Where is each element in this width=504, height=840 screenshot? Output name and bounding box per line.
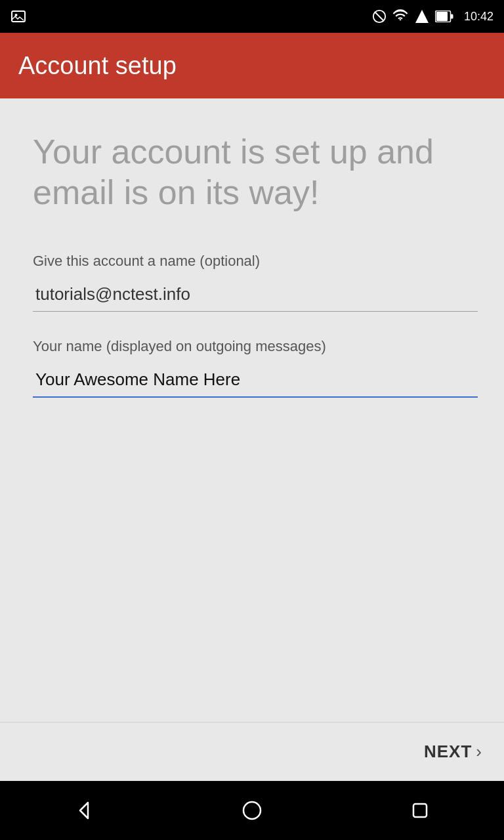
svg-rect-10 — [413, 804, 427, 817]
signal-icon — [414, 9, 430, 24]
svg-marker-4 — [415, 10, 429, 23]
recents-button[interactable] — [407, 797, 433, 824]
main-content: Your account is set up and email is on i… — [0, 98, 504, 722]
svg-marker-8 — [80, 803, 88, 818]
svg-point-9 — [243, 802, 261, 819]
status-bar: 10:42 — [0, 0, 504, 33]
next-label: NEXT — [424, 742, 472, 762]
bottom-action-bar: NEXT › — [0, 722, 504, 781]
app-bar: Account setup — [0, 33, 504, 98]
your-name-input[interactable] — [33, 364, 478, 398]
next-button[interactable]: NEXT › — [415, 735, 491, 768]
wifi-icon — [392, 8, 409, 25]
your-name-label: Your name (displayed on outgoing message… — [33, 338, 478, 355]
your-name-section: Your name (displayed on outgoing message… — [33, 338, 478, 398]
nav-bar — [0, 781, 504, 840]
back-button[interactable] — [71, 797, 97, 824]
svg-rect-7 — [436, 12, 448, 21]
svg-line-3 — [375, 12, 383, 21]
account-name-input[interactable] — [33, 279, 478, 312]
photo-icon — [10, 9, 26, 24]
status-time: 10:42 — [464, 10, 494, 24]
app-bar-title: Account setup — [18, 52, 177, 80]
battery-icon — [435, 10, 453, 22]
status-icons: 10:42 — [372, 8, 494, 25]
no-signal-icon — [372, 9, 387, 24]
hero-text: Your account is set up and email is on i… — [33, 131, 478, 213]
svg-rect-6 — [450, 14, 453, 19]
account-name-label: Give this account a name (optional) — [33, 253, 478, 270]
account-name-section: Give this account a name (optional) — [33, 253, 478, 312]
home-button[interactable] — [239, 797, 265, 824]
next-chevron-icon: › — [476, 742, 482, 762]
